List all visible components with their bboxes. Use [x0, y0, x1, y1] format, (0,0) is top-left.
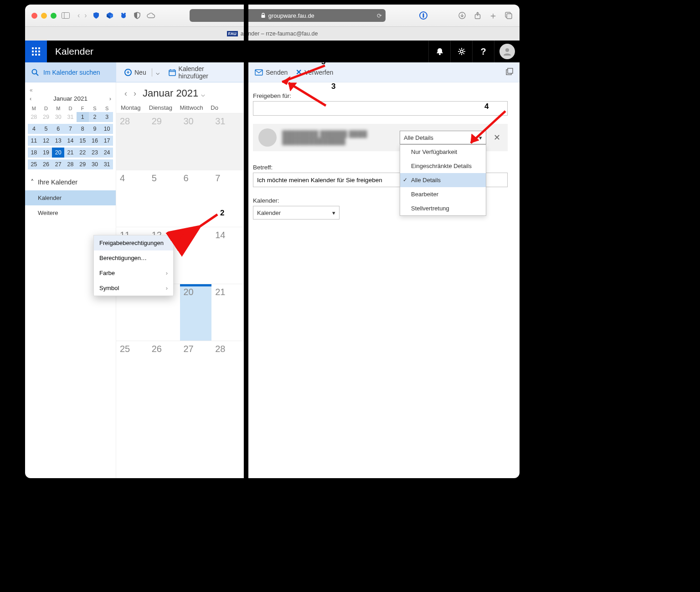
dp-day[interactable]: 30: [89, 159, 101, 169]
back-button[interactable]: ‹: [77, 11, 80, 20]
sidebar-toggle-icon[interactable]: [61, 11, 70, 20]
month-cell[interactable]: 27: [180, 341, 212, 398]
dp-day[interactable]: 30: [52, 112, 64, 122]
share-with-input[interactable]: [253, 101, 508, 116]
dp-day[interactable]: 2: [89, 112, 101, 122]
permission-option[interactable]: Alle Details: [400, 173, 486, 187]
ext-bug-icon[interactable]: [119, 11, 128, 20]
settings-button[interactable]: [450, 41, 472, 62]
dp-day[interactable]: 16: [89, 136, 101, 146]
month-cell[interactable]: 28: [211, 341, 243, 398]
account-button[interactable]: [494, 41, 520, 62]
app-launcher-button[interactable]: [25, 41, 47, 62]
dp-day[interactable]: 28: [64, 159, 77, 169]
ext-cube-icon[interactable]: [105, 11, 114, 20]
popout-icon[interactable]: [506, 68, 513, 77]
dp-day[interactable]: 4: [28, 124, 40, 134]
month-cell[interactable]: 5: [148, 170, 180, 227]
ext-shield-icon[interactable]: [92, 11, 101, 20]
remove-recipient-button[interactable]: ✕: [492, 133, 502, 143]
calendars-section-header[interactable]: ˄ Ihre Kalender: [25, 174, 116, 190]
month-cell[interactable]: 28: [116, 113, 148, 170]
dp-day[interactable]: 20: [52, 148, 64, 158]
downloads-icon[interactable]: [458, 11, 467, 20]
cloud-icon[interactable]: [146, 11, 155, 20]
dp-day[interactable]: 31: [101, 159, 113, 169]
context-menu-item[interactable]: Symbol›: [94, 281, 173, 296]
window-minimize-icon[interactable]: [41, 13, 47, 19]
month-cell[interactable]: 20: [180, 284, 212, 341]
calendar-context-menu[interactable]: FreigabeberechtigungenBerechtigungen…Far…: [93, 235, 174, 296]
month-cell[interactable]: 29: [148, 113, 180, 170]
dp-day[interactable]: 31: [64, 112, 77, 122]
share-icon[interactable]: [473, 11, 482, 20]
month-next[interactable]: ›: [134, 89, 136, 98]
dp-day[interactable]: 24: [101, 148, 113, 158]
dp-day[interactable]: 5: [40, 124, 52, 134]
month-cell[interactable]: 30: [180, 113, 212, 170]
dp-day[interactable]: 10: [101, 124, 113, 134]
month-cell[interactable]: 6: [180, 170, 212, 227]
calendar-select[interactable]: Kalender ▾: [253, 206, 340, 219]
dp-day[interactable]: 23: [89, 148, 101, 158]
dp-day[interactable]: 6: [52, 124, 64, 134]
tab-strip[interactable]: FAU alender – rrze-faumac@fau.de: [25, 27, 520, 41]
permission-select[interactable]: Alle Details ▾: [400, 131, 486, 144]
dp-grid[interactable]: 2829303112345678910111213141516171819202…: [25, 112, 116, 174]
month-cell[interactable]: 14: [211, 227, 243, 284]
notifications-button[interactable]: [428, 41, 450, 62]
help-button[interactable]: ?: [472, 41, 494, 62]
month-cell[interactable]: 7: [211, 170, 243, 227]
context-menu-item[interactable]: Freigabeberechtigungen: [94, 235, 173, 250]
dp-day[interactable]: 9: [89, 124, 101, 134]
dp-day[interactable]: 12: [40, 136, 52, 146]
chevron-down-icon[interactable]: ⌵: [201, 90, 205, 98]
month-cell[interactable]: 21: [211, 284, 243, 341]
dp-day[interactable]: 19: [40, 148, 52, 158]
discard-button[interactable]: ✕ Verwerfen: [296, 68, 333, 77]
month-prev[interactable]: ‹: [124, 89, 127, 98]
dp-day[interactable]: 3: [101, 112, 113, 122]
permission-option[interactable]: Eingeschränkte Details: [400, 159, 486, 173]
dp-day[interactable]: 29: [77, 159, 89, 169]
context-menu-item[interactable]: Berechtigungen…: [94, 250, 173, 265]
chevron-down-icon[interactable]: ⌵: [156, 69, 160, 76]
dp-prev-month[interactable]: ‹: [30, 95, 31, 102]
dp-day[interactable]: 27: [52, 159, 64, 169]
dp-day[interactable]: 17: [101, 136, 113, 146]
search-box[interactable]: [25, 69, 116, 76]
address-bar[interactable]: groupware.fau.de ⟳: [190, 9, 386, 22]
dp-day[interactable]: 21: [64, 148, 77, 158]
send-button[interactable]: Senden: [255, 69, 288, 76]
dp-day[interactable]: 7: [64, 124, 77, 134]
permission-option[interactable]: Stellvertretung: [400, 201, 486, 215]
permission-option[interactable]: Nur Verfügbarkeit: [400, 145, 486, 159]
dp-day[interactable]: 1: [77, 112, 89, 122]
dp-day[interactable]: 28: [28, 112, 40, 122]
dp-prev-year[interactable]: «: [30, 87, 33, 93]
forward-button[interactable]: ›: [84, 11, 87, 20]
month-cell[interactable]: 26: [148, 341, 180, 398]
add-calendar-button[interactable]: Kalender hinzufüger: [169, 65, 235, 80]
month-cell[interactable]: 25: [116, 341, 148, 398]
calendar-item-weitere[interactable]: Weitere: [25, 205, 116, 220]
calendar-item-kalender[interactable]: Kalender: [25, 190, 116, 205]
context-menu-item[interactable]: Farbe›: [94, 265, 173, 281]
month-title[interactable]: Januar 2021 ⌵: [143, 87, 205, 99]
new-event-button[interactable]: + Neu ⌵: [124, 68, 160, 77]
permission-option[interactable]: Bearbeiter: [400, 187, 486, 201]
ext-1password-icon[interactable]: [419, 11, 428, 20]
dp-day[interactable]: 14: [64, 136, 77, 146]
dp-day[interactable]: 29: [40, 112, 52, 122]
dp-day[interactable]: 22: [77, 148, 89, 158]
dp-day[interactable]: 25: [28, 159, 40, 169]
window-zoom-icon[interactable]: [51, 13, 57, 19]
month-cell[interactable]: 13: [180, 227, 212, 284]
new-tab-icon[interactable]: ＋: [489, 11, 498, 20]
dp-day[interactable]: 18: [28, 148, 40, 158]
reload-icon[interactable]: ⟳: [377, 12, 382, 19]
privacy-shield-icon[interactable]: [133, 11, 142, 20]
window-close-icon[interactable]: [31, 13, 37, 19]
window-controls[interactable]: [31, 13, 57, 19]
dp-day[interactable]: 13: [52, 136, 64, 146]
